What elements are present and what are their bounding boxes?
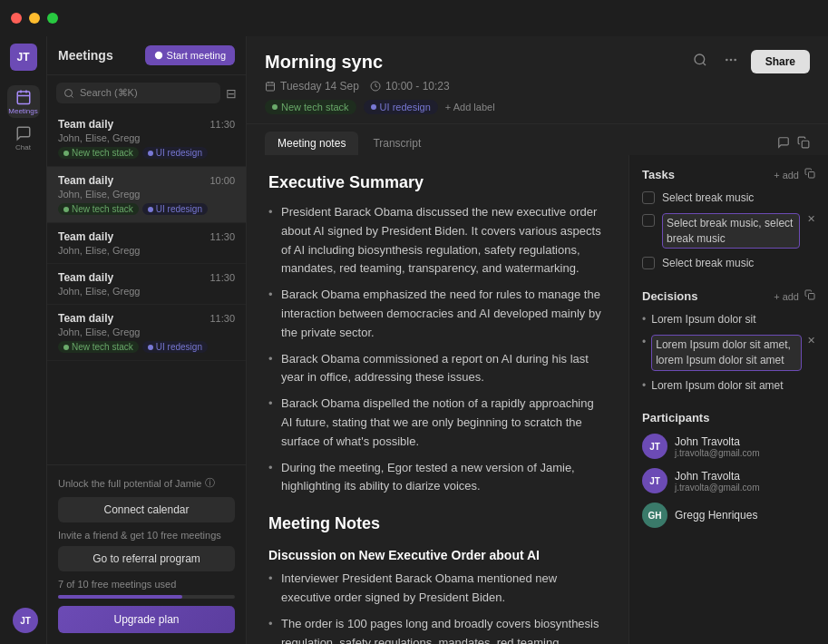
list-item[interactable]: Team daily 11:30 John, Elise, Gregg New …: [47, 111, 246, 167]
tab-actions: [777, 136, 810, 151]
task-checkbox[interactable]: [642, 257, 655, 269]
list-item: Barack Obama dispelled the notion of a r…: [268, 395, 607, 451]
svg-rect-16: [809, 172, 815, 179]
task-item: Select break music: [642, 256, 815, 271]
search-box[interactable]: Search (⌘K): [56, 83, 220, 103]
decision-item: • Lorem Ipsum dolor sit: [642, 312, 815, 327]
decision-text: Lorem Ipsum dolor sit amet: [651, 378, 815, 394]
tasks-section: Tasks + add Select break music: [642, 168, 815, 271]
label-ui: UI redesign: [364, 100, 438, 114]
sidebar-title: Meetings: [58, 48, 113, 63]
task-text: Select break music: [662, 256, 815, 271]
executive-summary-list: President Barack Obama discussed the new…: [268, 203, 607, 496]
progress-bar: [58, 595, 235, 599]
svg-rect-10: [267, 83, 275, 91]
search-row: Search (⌘K) ⊟: [47, 75, 246, 111]
participant-avatar: JT: [642, 434, 667, 459]
decision-item: • Lorem Ipsum dolor sit amet: [642, 378, 815, 394]
decision-text: Lorem Ipsum dolor sit: [651, 312, 815, 327]
task-checkbox[interactable]: [642, 214, 655, 227]
svg-point-5: [65, 89, 73, 96]
participants-header: Participants: [642, 411, 815, 424]
tasks-title: Tasks: [642, 168, 675, 181]
search-button[interactable]: [689, 49, 711, 74]
close-button[interactable]: [11, 13, 22, 24]
free-meetings-text: 7 of 10 free meetings used: [58, 579, 235, 590]
tag-ui: UI redesign: [142, 147, 208, 159]
tab-meeting-notes[interactable]: Meeting notes: [265, 132, 358, 155]
comment-button[interactable]: [777, 136, 790, 151]
svg-point-9: [734, 59, 736, 62]
participant-email: j.travolta@gmail.com: [675, 448, 760, 458]
svg-point-6: [695, 54, 705, 64]
meetings-list: Team daily 11:30 John, Elise, Gregg New …: [47, 111, 246, 464]
date-meta: Tuesday 14 Sep: [265, 80, 359, 93]
decision-text-editing[interactable]: Lorem Ipsum dolor sit amet, lorem Ipsum …: [651, 335, 802, 371]
participants-title: Participants: [642, 411, 709, 424]
header-actions: Share: [689, 49, 810, 74]
tabs: Meeting notes Transcript: [265, 132, 433, 155]
progress-fill: [58, 595, 182, 599]
copy-button[interactable]: [797, 136, 810, 151]
decision-delete-button[interactable]: ✕: [807, 335, 815, 346]
list-item: Barack Obama commissioned a report on AI…: [268, 350, 607, 388]
meeting-notes-list: Interviewer President Barack Obama menti…: [268, 570, 607, 644]
list-item: Barack Obama emphasized the need for rul…: [268, 286, 607, 342]
task-checkbox[interactable]: [642, 191, 655, 204]
executive-summary-title: Executive Summary: [268, 173, 607, 192]
list-item[interactable]: Team daily 11:30 John, Elise, Gregg: [47, 223, 246, 264]
main-content: Morning sync Share Tuesday 14 Sep: [247, 36, 828, 644]
svg-rect-15: [802, 141, 809, 148]
tasks-copy-button[interactable]: [804, 168, 815, 181]
list-item[interactable]: Team daily 11:30 John, Elise, Gregg: [47, 264, 246, 305]
decision-item: • Lorem Ipsum dolor sit amet, lorem Ipsu…: [642, 335, 815, 371]
labels-row: New tech stack UI redesign + Add label: [265, 100, 810, 114]
participant-item: GH Gregg Henriques: [642, 503, 815, 528]
decisions-copy-button[interactable]: [804, 289, 815, 303]
participant-name: John Travolta: [675, 435, 760, 448]
tag-ui: UI redesign: [142, 203, 208, 215]
minimize-button[interactable]: [29, 13, 40, 24]
task-delete-button[interactable]: ✕: [807, 213, 815, 225]
decisions-title: Decisions: [642, 289, 697, 303]
tag-tech: New tech stack: [58, 147, 139, 159]
task-text-editing[interactable]: Select break music, select break music: [662, 213, 800, 249]
time-meta: 10:00 - 10:23: [370, 80, 450, 93]
tag-tech: New tech stack: [58, 341, 139, 353]
task-item: Select break music: [642, 190, 815, 206]
participant-item: JT John Travolta j.travolta@gmail.com: [642, 434, 815, 459]
meeting-date: Tuesday 14 Sep: [280, 80, 359, 93]
share-button[interactable]: Share: [751, 50, 810, 73]
right-panel: Tasks + add Select break music: [628, 155, 828, 644]
more-options-button[interactable]: [720, 49, 742, 74]
participant-avatar: GH: [642, 503, 667, 528]
task-item: Select break music, select break music ✕: [642, 213, 815, 249]
list-item: President Barack Obama discussed the new…: [268, 203, 607, 278]
user-avatar[interactable]: JT: [10, 44, 37, 71]
participant-item: JT John Travolta j.travolta@gmail.com: [642, 468, 815, 493]
meeting-time: 10:00 - 10:23: [385, 80, 450, 93]
list-item[interactable]: Team daily 10:00 John, Elise, Gregg New …: [47, 167, 246, 223]
decisions-add-button[interactable]: + add: [774, 291, 799, 302]
tasks-add-button[interactable]: + add: [774, 170, 799, 181]
sidebar-item-chat[interactable]: Chat: [7, 122, 40, 154]
start-meeting-button[interactable]: Start meeting: [145, 45, 235, 65]
decisions-section: Decisions + add • Lorem Ipsum dolor sit: [642, 289, 815, 393]
list-item: Interviewer President Barack Obama menti…: [268, 570, 607, 608]
referral-button[interactable]: Go to referral program: [58, 546, 235, 571]
add-label-button[interactable]: + Add label: [445, 102, 495, 112]
connect-calendar-button[interactable]: Connect calendar: [58, 497, 235, 522]
maximize-button[interactable]: [47, 13, 58, 24]
filter-icon[interactable]: ⊟: [226, 86, 237, 101]
sidebar-item-meetings[interactable]: Meetings: [7, 85, 40, 118]
notes-area: Executive Summary President Barack Obama…: [247, 155, 628, 644]
sidebar-header: Meetings Start meeting: [47, 36, 246, 75]
list-item[interactable]: Team daily 11:30 John, Elise, Gregg New …: [47, 305, 246, 361]
svg-rect-0: [17, 92, 30, 104]
upgrade-plan-button[interactable]: Upgrade plan: [58, 606, 235, 633]
meetings-sidebar: Meetings Start meeting Search (⌘K) ⊟ Tea…: [47, 36, 247, 644]
tab-transcript[interactable]: Transcript: [360, 132, 433, 155]
sub-section-title: Discussion on New Executive Order about …: [268, 548, 607, 562]
svg-rect-17: [809, 294, 815, 300]
content-split: Executive Summary President Barack Obama…: [247, 155, 828, 644]
